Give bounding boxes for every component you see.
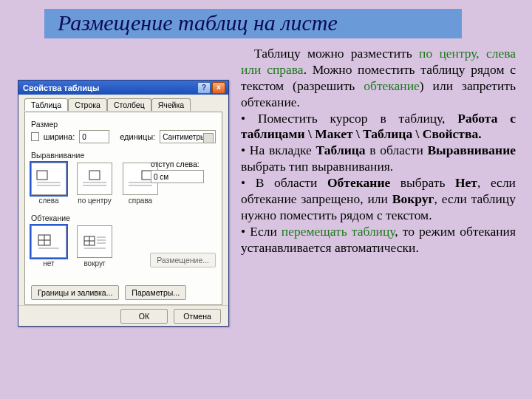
svg-rect-12	[35, 231, 62, 253]
wrap-none-caption: нет	[43, 259, 54, 267]
indent-label: отступ слева:	[151, 160, 214, 168]
align-group-label: Выравнивание	[31, 151, 216, 160]
t: • Поместить курсор в таблицу,	[241, 111, 457, 126]
wrap-group-label: Обтекание	[31, 214, 216, 222]
tab-panel: Размер ширина: 0 единицы: Сантиметры Выр…	[24, 112, 222, 305]
t: • На вкладке	[241, 143, 316, 157]
dialog-titlebar[interactable]: Свойства таблицы ? ×	[18, 81, 228, 95]
t: Выравнивание	[427, 143, 516, 157]
t: выбрать тип выравнивания.	[241, 159, 393, 174]
align-left-option[interactable]	[31, 163, 66, 195]
t: Таблицу можно разместить	[254, 46, 419, 61]
t: в области	[366, 143, 428, 157]
cancel-button[interactable]: Отмена	[174, 309, 221, 324]
t: • Если	[241, 224, 282, 239]
tab-column[interactable]: Столбец	[107, 98, 151, 111]
tabs: Таблица Строка Столбец Ячейка	[24, 98, 222, 110]
align-center-option[interactable]	[77, 163, 112, 195]
help-button[interactable]: ?	[197, 82, 211, 94]
dialog-footer: ОК Отмена	[18, 305, 228, 326]
t: выбрать	[390, 175, 455, 190]
align-left-caption: слева	[38, 197, 58, 205]
close-button[interactable]: ×	[212, 82, 225, 94]
width-checkbox[interactable]	[31, 132, 39, 141]
units-label: единицы:	[120, 132, 155, 141]
wrap-around-caption: вокруг	[83, 259, 105, 267]
t: • В области	[241, 175, 327, 190]
align-right-icon	[127, 168, 154, 190]
t: Таблица	[316, 143, 366, 157]
table-properties-dialog: Свойства таблицы ? × Таблица Строка Стол…	[18, 80, 229, 327]
dialog-title: Свойства таблицы	[23, 83, 99, 92]
wrap-around-icon	[81, 231, 108, 253]
placement-button[interactable]: Размещение...	[150, 253, 216, 267]
body-text: Таблицу можно разместить по центру, слев…	[241, 46, 516, 256]
tab-table[interactable]: Таблица	[24, 98, 68, 111]
t: обтекание	[364, 78, 420, 93]
wrap-none-icon	[35, 231, 62, 253]
indent-input[interactable]: 0 см	[151, 170, 204, 183]
align-center-icon	[81, 168, 108, 190]
params-button[interactable]: Параметры...	[125, 285, 186, 300]
t: Вокруг	[392, 191, 434, 206]
wrap-none-option[interactable]	[31, 225, 66, 258]
size-group-label: Размер	[31, 120, 216, 129]
slide-title: Размещение таблиц на листе	[44, 9, 462, 38]
t: Нет	[455, 175, 477, 190]
ok-button[interactable]: ОК	[120, 309, 168, 324]
wrap-around-option[interactable]	[77, 225, 112, 258]
align-left-icon	[35, 168, 62, 190]
borders-button[interactable]: Границы и заливка...	[31, 285, 119, 300]
t: перемещать таблицу	[282, 224, 395, 239]
units-combo[interactable]: Сантиметры	[160, 130, 216, 143]
align-right-caption: справа	[129, 197, 152, 205]
align-center-caption: по центру	[78, 197, 111, 205]
t: Обтекание	[327, 175, 390, 190]
width-input[interactable]: 0	[79, 130, 109, 143]
width-label: ширина:	[44, 132, 75, 141]
tab-row[interactable]: Строка	[68, 98, 107, 111]
tab-cell[interactable]: Ячейка	[151, 98, 191, 111]
